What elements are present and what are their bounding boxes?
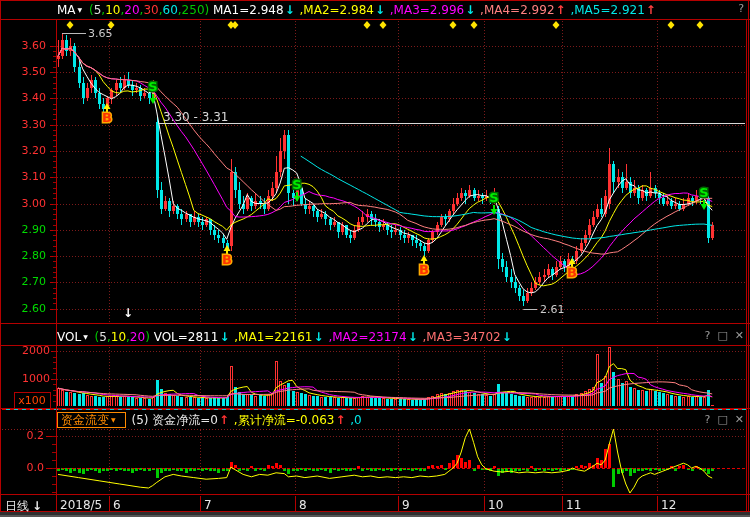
flow-indicator-dropdown[interactable]: 资金流变▼	[57, 412, 126, 428]
month-label: 10	[488, 498, 503, 512]
stock-chart-app: MA▼ (5,10,20,30,60,250) MA1=2.948↓ ,MA2=…	[0, 0, 750, 517]
month-label: 11	[566, 498, 581, 512]
main-panel-buttons: ?	[731, 2, 744, 16]
maximize-icon[interactable]: □	[717, 413, 727, 426]
help-icon[interactable]: ?	[705, 329, 711, 342]
vol-indicator-dropdown[interactable]: VOL▼	[57, 330, 95, 344]
month-label: 7	[204, 498, 212, 512]
chevron-down-icon: ▼	[83, 333, 88, 340]
month-label: 6	[113, 498, 121, 512]
flow-indicator-label: 资金流变	[61, 413, 109, 427]
chevron-down-icon: ▼	[78, 6, 83, 13]
vol-panel-buttons: ?□✕	[698, 329, 744, 343]
flow-indicator-header: 资金流变▼ (5) 资金净流=0↑ ,累计净流=-0.063↑ ,0	[57, 412, 362, 428]
month-label: 8	[299, 498, 307, 512]
arrow-down-icon: ↓	[32, 499, 42, 513]
vol-readouts: (5,10,20) VOL=2811↓ ,MA1=22161↓ ,MA2=231…	[95, 330, 513, 344]
period-label: 日线	[5, 499, 29, 513]
vol-indicator-header: VOL▼ (5,10,20) VOL=2811↓ ,MA1=22161↓ ,MA…	[57, 329, 513, 345]
close-icon[interactable]: ✕	[735, 329, 744, 342]
ma-indicator-dropdown[interactable]: MA▼	[57, 3, 89, 17]
chart-canvas[interactable]	[0, 0, 750, 517]
flow-panel-buttons: ?□✕	[698, 413, 744, 427]
ma-readouts: (5,10,20,30,60,250) MA1=2.948↓ ,MA2=2.98…	[89, 3, 657, 17]
period-selector[interactable]: 日线↓	[5, 498, 42, 515]
chevron-down-icon: ▼	[111, 416, 116, 423]
ma-indicator-label: MA	[57, 3, 76, 17]
help-icon[interactable]: ?	[705, 413, 711, 426]
month-label: 2018/5	[60, 498, 102, 512]
ma-indicator-header: MA▼ (5,10,20,30,60,250) MA1=2.948↓ ,MA2=…	[57, 2, 657, 18]
vol-indicator-label: VOL	[57, 330, 81, 344]
maximize-icon[interactable]: □	[717, 329, 727, 342]
month-label: 9	[402, 498, 410, 512]
help-icon[interactable]: ?	[738, 2, 744, 15]
flow-readouts: (5) 资金净流=0↑ ,累计净流=-0.063↑ ,0	[131, 413, 361, 427]
month-label: 12	[661, 498, 676, 512]
close-icon[interactable]: ✕	[735, 413, 744, 426]
